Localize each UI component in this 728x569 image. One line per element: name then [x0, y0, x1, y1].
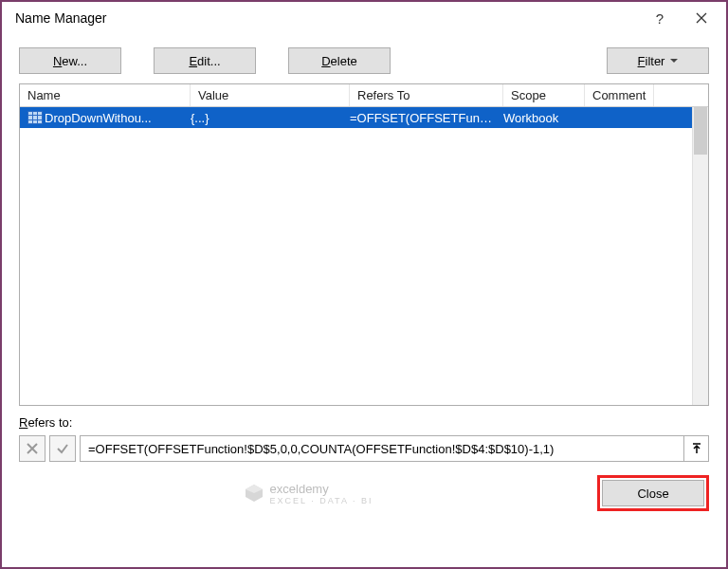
row-scope: Workbook [500, 111, 581, 125]
table-row[interactable]: DropDownWithou... {...} =OFFSET(OFFSETFu… [20, 107, 692, 128]
named-range-icon [27, 111, 43, 124]
titlebar: Name Manager ? [2, 2, 726, 34]
name-manager-dialog: Name Manager ? New... Edit... Delete Fil… [0, 0, 728, 569]
row-refers: =OFFSET(OFFSETFunc... [346, 111, 500, 125]
help-button[interactable]: ? [639, 4, 681, 32]
col-header-scope[interactable]: Scope [503, 84, 585, 106]
watermark: exceldemy EXCEL · DATA · BI [19, 482, 597, 505]
new-button[interactable]: New... [19, 47, 121, 74]
col-header-refers[interactable]: Refers To [350, 84, 503, 106]
svg-rect-0 [27, 111, 43, 124]
filter-button[interactable]: Filter [607, 47, 709, 74]
list-header: Name Value Refers To Scope Comment [20, 84, 708, 107]
col-header-comment[interactable]: Comment [585, 84, 654, 106]
row-value: {...} [187, 111, 346, 125]
close-button-highlight: Close [597, 475, 709, 511]
dialog-title: Name Manager [15, 10, 639, 26]
col-header-value[interactable]: Value [191, 84, 350, 106]
delete-button[interactable]: Delete [288, 47, 391, 74]
refers-to-field [80, 435, 709, 462]
names-list: Name Value Refers To Scope Comment [19, 83, 709, 406]
refers-to-input[interactable] [81, 442, 683, 456]
scroll-thumb[interactable] [694, 107, 707, 155]
col-header-name[interactable]: Name [20, 84, 191, 106]
accept-formula-button[interactable] [49, 435, 76, 462]
list-scrollbar[interactable] [692, 107, 708, 405]
refers-to-area: Refers to: [2, 406, 726, 469]
edit-button[interactable]: Edit... [154, 47, 256, 74]
toolbar: New... Edit... Delete Filter [2, 34, 726, 83]
close-icon[interactable] [681, 4, 722, 32]
refers-to-label: Refers to: [19, 415, 709, 430]
footer: exceldemy EXCEL · DATA · BI Close [2, 469, 726, 524]
cancel-formula-button[interactable] [19, 435, 46, 462]
row-name: DropDownWithou... [45, 111, 152, 125]
collapse-dialog-button[interactable] [683, 436, 708, 461]
watermark-icon [244, 483, 264, 504]
close-button[interactable]: Close [602, 480, 704, 506]
